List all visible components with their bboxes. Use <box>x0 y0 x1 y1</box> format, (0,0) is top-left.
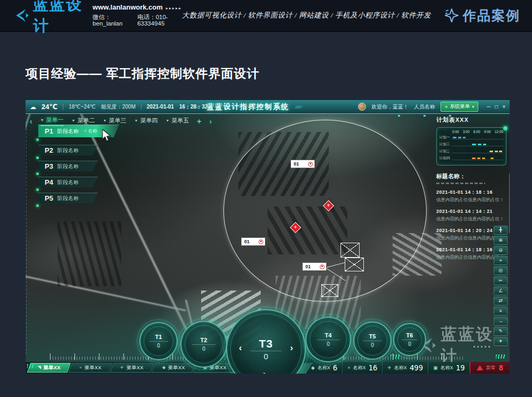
app-topbar: ☁ 24℃ 18℃~24℃ 能见度：200M 2021-01-01 16：28：… <box>26 100 510 114</box>
menu-item-5[interactable]: ▼菜单五 <box>165 117 189 126</box>
deco-slashes: ∕∕∕∕∕ <box>194 105 201 110</box>
gantt-track <box>452 143 503 146</box>
feed-entry[interactable]: 2021-01-01 14：18：16 信息内容的占位信息内容的占位！ <box>436 189 506 203</box>
gauge-t6[interactable]: T60 <box>393 323 426 356</box>
add-name-action[interactable]: + 名称 <box>84 128 97 135</box>
marker-tool-icon[interactable]: ⌖ <box>494 256 508 265</box>
temp-range: 18℃~24℃ <box>69 104 96 110</box>
crossed-zone-box[interactable] <box>321 284 338 297</box>
stage-item-p5[interactable]: P5阶段名称 <box>38 193 98 203</box>
target-dot-icon <box>308 162 313 167</box>
left-dotted-guide <box>26 121 27 355</box>
caret-down-icon: ▼ <box>134 119 138 122</box>
cyan-deco-dot <box>449 115 451 117</box>
logo-text: 蓝蓝设计 <box>33 0 84 37</box>
bottom-tab-3[interactable]: ✈ 菜单XX <box>110 363 154 373</box>
route-tool-icon[interactable]: ⇄ <box>494 296 508 305</box>
green-status-dot <box>503 126 508 130</box>
user-avatar[interactable] <box>358 103 366 111</box>
gauge-t1[interactable]: T10 <box>139 322 178 360</box>
phone-label: 电话：010-63334945 <box>137 14 182 27</box>
status-segment-cross[interactable]: × 名称X 16 <box>342 362 382 374</box>
plan-panel-title: 计划表XXX <box>436 116 506 124</box>
status-segment-air[interactable]: ✈ 名称X 499 <box>382 362 428 374</box>
jet-icon: ✈ <box>387 366 392 370</box>
window-close-button[interactable]: × <box>502 104 505 110</box>
weather-icon: ☁ <box>30 103 36 111</box>
person-name[interactable]: 人员名称 <box>414 103 435 111</box>
map-marker-label[interactable]: 01 <box>302 262 327 271</box>
gauge-t3[interactable]: T30 ‹ › ▶ <box>226 309 306 374</box>
date: 2021-01-01 <box>147 104 174 110</box>
feed-entry[interactable]: 2021-01-01 14：14：21 信息内容的占位信息内容的占位！ <box>436 208 506 222</box>
warning-badge[interactable]: 异常 8 <box>470 362 510 374</box>
window-minimize-button[interactable]: ─ <box>487 104 491 110</box>
feed-heading: 标题名称： <box>436 172 506 180</box>
command-app-frame: 01 01 01 + + ☁ 24℃ 18℃~24℃ 能见度：200M 2021… <box>26 100 510 374</box>
sparkle-icon <box>445 9 459 22</box>
stage-item-p3[interactable]: P3阶段名称 <box>38 161 98 171</box>
flight-tool-icon[interactable]: ✈ <box>494 337 508 346</box>
zoom-in-icon[interactable]: ⊕ <box>494 236 508 245</box>
map-marker-label[interactable]: 01 <box>290 160 315 168</box>
pan-tool-icon[interactable]: ╋ <box>494 226 508 235</box>
layers-tool-icon[interactable]: ≡ <box>494 307 508 316</box>
services-list: 大数据可视化设计 / 软件界面设计 / 网站建设 / 手机及小程序设计 / 软件… <box>182 11 431 20</box>
cut-tool-icon[interactable]: ✂ <box>494 276 508 285</box>
menu-item-1[interactable]: ▼菜单一 <box>40 116 64 126</box>
site-logo[interactable]: 蓝蓝设计 <box>14 0 84 37</box>
measure-tool-icon[interactable]: ∠ <box>494 286 508 295</box>
map-marker-label[interactable]: 01 <box>241 237 265 246</box>
unit-icon: ◆ <box>162 366 165 370</box>
stage-item-p2[interactable]: P2阶段名称 <box>38 145 98 155</box>
target-tool-icon[interactable]: ◎ <box>494 266 508 275</box>
swords-icon: × <box>445 104 448 110</box>
corner-decoration <box>27 364 35 368</box>
gauge-t5[interactable]: T50 <box>353 321 392 360</box>
menu-item-4[interactable]: ▼菜单四 <box>134 117 157 126</box>
gauge-play-button[interactable]: ▶ <box>263 371 268 374</box>
target-dot-icon <box>320 264 325 269</box>
cross-icon: × <box>347 366 350 370</box>
portfolio-link[interactable]: 作品案例 <box>445 7 520 24</box>
system-menu-button[interactable]: × 系统菜单 ▾ <box>440 102 478 112</box>
stage-dot <box>36 204 39 207</box>
stage-dot <box>36 138 39 141</box>
status-segment-ground[interactable]: ▣ 名称X 19 <box>428 362 469 374</box>
truck-icon: ▣ <box>433 366 438 370</box>
website-link[interactable]: www.lanlanwork.com▸▸▸▸▸ <box>93 4 182 11</box>
caret-down-icon: ▼ <box>165 119 169 122</box>
gantt-time-tick: 6:00 <box>473 130 480 134</box>
caret-down-icon: ▼ <box>103 119 107 122</box>
crossed-zone-box[interactable] <box>340 243 360 258</box>
feed-dashes <box>436 183 485 184</box>
gantt-time-tick: 12:00 <box>495 130 503 134</box>
gauge-t4[interactable]: T40 <box>305 317 351 362</box>
crossed-zone-box[interactable] <box>345 258 364 271</box>
operation-range-circle <box>223 120 427 302</box>
menu-item-3[interactable]: ▼菜单三 <box>103 117 127 126</box>
gantt-row: 计划一 <box>439 135 503 140</box>
menu-prev-arrow[interactable]: ‹ <box>30 118 32 125</box>
menu-add-button[interactable]: + <box>197 117 201 126</box>
bottom-tab-2[interactable]: × 菜单XX <box>69 363 113 373</box>
deco-slashes: ∕∕∕∕∕ <box>296 105 302 110</box>
gauge-t2[interactable]: T20 <box>180 321 227 368</box>
jet-icon: ✈ <box>120 366 124 370</box>
feed-scrollbar[interactable] <box>509 173 510 233</box>
warning-triangle-icon <box>477 365 483 370</box>
arrow-tool-icon[interactable]: → <box>494 317 508 326</box>
gauge-prev-button[interactable]: ‹ <box>239 343 242 352</box>
page-title: 项目经验—— 军工指挥控制软件界面设计 <box>26 65 259 82</box>
flag-icon: ◥ <box>38 366 41 370</box>
menu-next-arrow[interactable]: › <box>210 118 212 125</box>
menu-item-2[interactable]: ▼菜单二 <box>72 117 95 126</box>
draw-tool-icon[interactable]: ✎ <box>494 327 508 336</box>
target-dot-icon <box>259 239 263 244</box>
zoom-out-icon[interactable]: ⊖ <box>494 246 508 255</box>
green-tick-marks <box>496 354 505 359</box>
window-maximize-button[interactable]: □ <box>495 104 498 110</box>
stage-item-p4[interactable]: P4阶段名称 <box>38 177 98 187</box>
gantt-time-tick: 3:00 <box>463 130 470 134</box>
gauge-next-button[interactable]: › <box>290 343 293 352</box>
